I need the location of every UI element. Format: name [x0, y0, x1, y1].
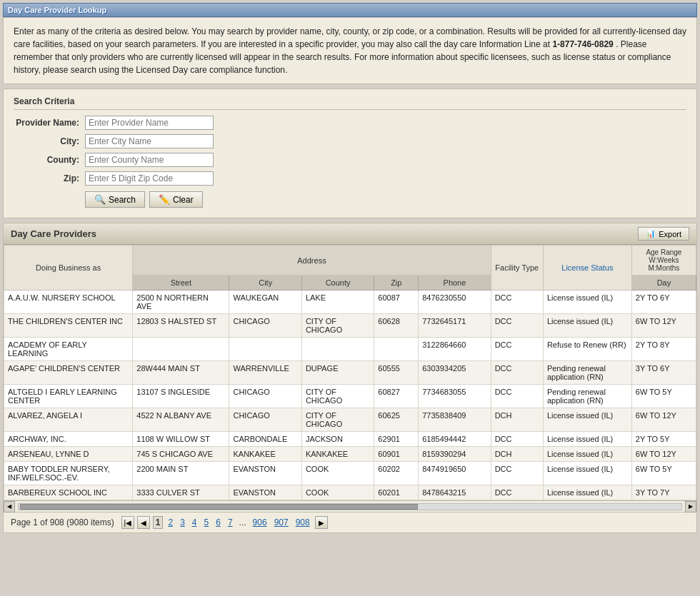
cell-street: 4522 N ALBANY AVE	[133, 408, 229, 432]
page-link-5[interactable]: 5	[202, 517, 211, 527]
zip-input[interactable]	[85, 171, 214, 186]
table-row: BABY TODDLER NURSERY, INF.WELF.SOC.-EV. …	[4, 462, 696, 485]
page-link-2[interactable]: 2	[166, 517, 175, 527]
cell-street: 2500 N NORTHERN AVE	[133, 291, 229, 314]
cell-facility-type: DCH	[491, 408, 543, 432]
table-row: ALVAREZ, ANGELA I 4522 N ALBANY AVE CHIC…	[4, 408, 696, 432]
table-row: A.A.U.W. NURSERY SCHOOL 2500 N NORTHERN …	[4, 291, 696, 314]
cell-phone: 8476230550	[419, 291, 491, 314]
cell-zip: 60901	[374, 447, 419, 462]
county-input[interactable]	[85, 153, 214, 167]
table-row: BARBEREUX SCHOOL INC 3333 CULVER ST EVAN…	[4, 485, 696, 500]
pagination-bar: Page 1 of 908 (9080 items) |◀ ◀ 1 2 3 4 …	[4, 512, 696, 532]
cell-zip: 60087	[374, 291, 419, 314]
th-license-status[interactable]: License Status	[543, 246, 631, 291]
cell-dba: THE CHILDREN'S CENTER INC	[4, 314, 133, 338]
provider-name-input[interactable]	[85, 116, 214, 130]
cell-facility-type: DCC	[491, 485, 543, 500]
cell-county: CITY OF CHICAGO	[301, 408, 374, 432]
cell-license-status: License issued (IL)	[543, 408, 631, 432]
cell-license-status: License issued (IL)	[543, 485, 631, 500]
export-icon: 📊	[646, 229, 656, 238]
cell-street: 28W444 MAIN ST	[133, 361, 229, 385]
county-label: County:	[14, 155, 85, 165]
search-button[interactable]: 🔍 Search	[85, 191, 145, 208]
cell-facility-type: DCC	[491, 462, 543, 485]
zip-row: Zip:	[14, 171, 686, 186]
table-row: AGAPE' CHILDREN'S CENTER 28W444 MAIN ST …	[4, 361, 696, 385]
export-button[interactable]: 📊 Export	[638, 227, 689, 241]
page-link-7[interactable]: 7	[226, 517, 235, 527]
cell-zip	[374, 338, 419, 361]
cell-city: CHICAGO	[229, 314, 301, 338]
page-link-907[interactable]: 907	[272, 517, 291, 527]
cell-county: JACKSON	[301, 432, 374, 447]
cell-county: DUPAGE	[301, 361, 374, 385]
cell-city: EVANSTON	[229, 462, 301, 485]
page-link-6[interactable]: 6	[214, 517, 223, 527]
table-scroll-container[interactable]: Doing Business as Address Facility Type …	[4, 245, 696, 500]
table-row: THE CHILDREN'S CENTER INC 12803 S HALSTE…	[4, 314, 696, 338]
export-label: Export	[659, 230, 681, 238]
city-input[interactable]	[85, 134, 214, 148]
cell-age-day: 3Y TO 6Y	[631, 361, 696, 385]
horizontal-scrollbar[interactable]: ◀ ▶	[4, 500, 696, 512]
cell-county: COOK	[301, 485, 374, 500]
cell-license-status: License issued (IL)	[543, 447, 631, 462]
th-county: County	[301, 276, 374, 291]
cell-phone: 6185494442	[419, 432, 491, 447]
cell-dba: ARSENEAU, LYNNE D	[4, 447, 133, 462]
th-dba: Doing Business as	[4, 246, 133, 291]
cell-age-day: 6W TO 5Y	[631, 385, 696, 408]
page-title-bar: Day Care Provider Lookup	[3, 3, 697, 17]
prev-page-button[interactable]: ◀	[137, 516, 150, 529]
cell-license-status: License issued (IL)	[543, 314, 631, 338]
scroll-track[interactable]	[18, 503, 682, 510]
th-age-range: Age Range W:Weeks M:Months	[631, 246, 696, 276]
page-title: Day Care Provider Lookup	[8, 6, 106, 14]
cell-street	[133, 338, 229, 361]
cell-zip: 60625	[374, 408, 419, 432]
cell-dba: ACADEMY OF EARLY LEARNING	[4, 338, 133, 361]
cell-age-day: 6W TO 12Y	[631, 408, 696, 432]
cell-dba: ALVAREZ, ANGELA I	[4, 408, 133, 432]
cell-city: KANKAKEE	[229, 447, 301, 462]
cell-county: LAKE	[301, 291, 374, 314]
scroll-thumb[interactable]	[20, 504, 418, 510]
th-zip: Zip	[374, 276, 419, 291]
cell-county: CITY OF CHICAGO	[301, 385, 374, 408]
clear-button[interactable]: ✏️ Clear	[149, 191, 203, 208]
cell-zip: 62901	[374, 432, 419, 447]
results-section: Day Care Providers 📊 Export Doing Busine…	[3, 223, 697, 533]
scroll-right-arrow[interactable]: ▶	[685, 501, 696, 512]
page-info: Page 1 of 908 (9080 items)	[11, 517, 114, 527]
page-link-4[interactable]: 4	[190, 517, 199, 527]
cell-facility-type: DCC	[491, 291, 543, 314]
cell-age-day: 2Y TO 8Y	[631, 338, 696, 361]
first-page-button[interactable]: |◀	[121, 516, 134, 529]
next-page-button[interactable]: ▶	[315, 516, 328, 529]
cell-street: 745 S CHICAGO AVE	[133, 447, 229, 462]
cell-facility-type: DCC	[491, 338, 543, 361]
results-tbody: A.A.U.W. NURSERY SCHOOL 2500 N NORTHERN …	[4, 291, 696, 500]
cell-dba: A.A.U.W. NURSERY SCHOOL	[4, 291, 133, 314]
th-address: Address	[133, 246, 491, 276]
table-row: ALTGELD I EARLY LEARNING CENTER 13107 S …	[4, 385, 696, 408]
page-link-1[interactable]: 1	[153, 516, 164, 529]
page-link-908[interactable]: 908	[294, 517, 312, 527]
city-row: City:	[14, 134, 686, 148]
page-link-906[interactable]: 906	[251, 517, 269, 527]
page-link-3[interactable]: 3	[178, 517, 187, 527]
cell-dba: ARCHWAY, INC.	[4, 432, 133, 447]
th-phone: Phone	[419, 276, 491, 291]
cell-city: CHICAGO	[229, 408, 301, 432]
cell-license-status: Pending renewal application (RN)	[543, 385, 631, 408]
scroll-left-arrow[interactable]: ◀	[4, 501, 15, 512]
cell-facility-type: DCC	[491, 432, 543, 447]
cell-age-day: 6W TO 5Y	[631, 462, 696, 485]
cell-phone: 8474919650	[419, 462, 491, 485]
cell-phone: 7734683055	[419, 385, 491, 408]
cell-city: CHICAGO	[229, 385, 301, 408]
cell-county	[301, 338, 374, 361]
cell-county: CITY OF CHICAGO	[301, 314, 374, 338]
